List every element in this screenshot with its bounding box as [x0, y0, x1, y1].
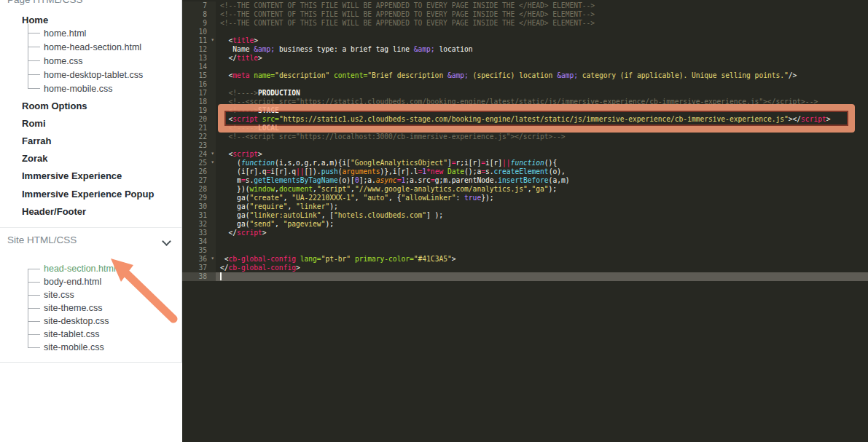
- line-number[interactable]: 32: [182, 220, 216, 229]
- line-number[interactable]: 27: [182, 176, 216, 185]
- sidebar-item-immersive-experience-popup[interactable]: Immersive Experience Popup: [22, 185, 154, 202]
- code-line[interactable]: 32 ga("send", "pageview");: [182, 220, 868, 229]
- fold-arrow-icon[interactable]: ▾: [211, 36, 214, 44]
- line-number[interactable]: 36▾: [182, 255, 216, 264]
- line-number[interactable]: 29: [182, 194, 216, 202]
- sidebar-item-zorak[interactable]: Zorak: [22, 150, 154, 167]
- line-number[interactable]: 17: [182, 89, 216, 98]
- sidebar-item-romi[interactable]: Romi: [22, 114, 154, 132]
- line-number[interactable]: 22: [182, 133, 216, 141]
- sidebar-item-home[interactable]: Home: [22, 15, 48, 25]
- code-line-content[interactable]: <cb-global-config lang="pt-br" primary-c…: [216, 255, 868, 264]
- code-line-content[interactable]: <!---->LOCAL: [216, 124, 868, 133]
- file-item[interactable]: home-mobile.css: [22, 82, 143, 95]
- code-line-content[interactable]: <!--THE CONTENT OF THIS FILE WILL BE APP…: [216, 1, 868, 10]
- code-editor[interactable]: 7<!--THE CONTENT OF THIS FILE WILL BE AP…: [182, 0, 868, 442]
- code-line-content[interactable]: })(window,document,"script","//www.googl…: [216, 185, 868, 194]
- sidebar-item-room-options[interactable]: Room Options: [22, 97, 154, 114]
- code-line[interactable]: 29 ga("create", "UA-22210XXX-1", "auto",…: [182, 194, 868, 202]
- code-line[interactable]: 12 Name &amp; business type: a brief tag…: [182, 45, 868, 54]
- file-item[interactable]: site-tablet.css: [22, 328, 116, 341]
- line-number[interactable]: 18: [182, 98, 216, 106]
- code-line[interactable]: 34: [182, 237, 868, 246]
- code-line[interactable]: 26 (i[r].q=i[r].q||[]).push(arguments)},…: [182, 167, 868, 176]
- line-number[interactable]: 26: [182, 167, 216, 176]
- line-number[interactable]: 12: [182, 45, 216, 54]
- line-number[interactable]: 8: [182, 10, 216, 19]
- file-item[interactable]: body-end.html: [22, 275, 116, 288]
- code-line[interactable]: 20 <script src="https://static1.us2.clou…: [182, 115, 868, 124]
- line-number[interactable]: 20: [182, 115, 216, 124]
- code-line[interactable]: 23: [182, 141, 868, 150]
- file-item[interactable]: site.css: [22, 288, 116, 301]
- fold-arrow-icon[interactable]: ▾: [211, 254, 214, 263]
- code-line-content[interactable]: [216, 28, 868, 36]
- code-line-content[interactable]: m=s.getElementsByTagName(o)[0];a.async=1…: [216, 176, 868, 185]
- code-line[interactable]: 18 <!--<script src="https://static1.clou…: [182, 98, 868, 106]
- code-line[interactable]: 9<!--THE CONTENT OF THIS FILE WILL BE AP…: [182, 19, 868, 28]
- file-item[interactable]: site-desktop.css: [22, 315, 116, 328]
- code-line-content[interactable]: <meta name="description" content="Brief …: [216, 71, 868, 80]
- code-line[interactable]: 36▾ <cb-global-config lang="pt-br" prima…: [182, 255, 868, 264]
- code-line-content[interactable]: [216, 80, 868, 89]
- line-number[interactable]: 34: [182, 237, 216, 246]
- line-number[interactable]: 38: [182, 272, 216, 281]
- fold-arrow-icon[interactable]: ▾: [211, 158, 214, 167]
- code-line[interactable]: 13 </title>: [182, 54, 868, 63]
- code-line-content[interactable]: ga("send", "pageview");: [216, 220, 868, 229]
- file-item[interactable]: home-head-section.html: [22, 40, 143, 54]
- line-number[interactable]: 13: [182, 54, 216, 63]
- code-line-content[interactable]: [216, 141, 868, 150]
- code-line-content[interactable]: <!--THE CONTENT OF THIS FILE WILL BE APP…: [216, 10, 868, 19]
- code-line-content[interactable]: [216, 246, 868, 255]
- code-line[interactable]: 7<!--THE CONTENT OF THIS FILE WILL BE AP…: [182, 1, 868, 10]
- code-line[interactable]: 37</cb-global-config>: [182, 264, 868, 272]
- line-number[interactable]: 21: [182, 124, 216, 133]
- code-line-content[interactable]: ga("create", "UA-22210XXX-1", "auto", {"…: [216, 194, 868, 202]
- file-item[interactable]: home-desktop-tablet.css: [22, 68, 143, 82]
- file-item[interactable]: home.css: [22, 54, 143, 68]
- code-line-content[interactable]: (function(i,s,o,g,r,a,m){i["GoogleAnalyt…: [216, 159, 868, 167]
- line-number[interactable]: 37: [182, 264, 216, 272]
- code-line[interactable]: 15 <meta name="description" content="Bri…: [182, 71, 868, 80]
- code-line-content[interactable]: <script>: [216, 150, 868, 159]
- line-number[interactable]: 14: [182, 63, 216, 71]
- chevron-down-icon[interactable]: [162, 237, 171, 246]
- code-line[interactable]: 27 m=s.getElementsByTagName(o)[0];a.asyn…: [182, 176, 868, 185]
- code-line-content[interactable]: <!--<script src="https://localhost:3000/…: [216, 133, 868, 141]
- line-number[interactable]: 11▾: [182, 36, 216, 45]
- code-line-content[interactable]: [216, 237, 868, 246]
- line-number[interactable]: 30: [182, 202, 216, 211]
- code-line-content[interactable]: [216, 63, 868, 71]
- file-item-selected[interactable]: head-section.html: [22, 262, 116, 275]
- file-item[interactable]: home.html: [22, 26, 143, 40]
- code-line[interactable]: 33 </script>: [182, 229, 868, 237]
- code-line[interactable]: 30 ga("require", "linker");: [182, 202, 868, 211]
- line-number[interactable]: 15: [182, 71, 216, 80]
- line-number[interactable]: 25▾: [182, 159, 216, 167]
- code-line[interactable]: 11▾ <title>: [182, 36, 868, 45]
- code-line[interactable]: 14: [182, 63, 868, 71]
- sidebar-item-farrah[interactable]: Farrah: [22, 132, 154, 149]
- file-item[interactable]: site-mobile.css: [22, 341, 116, 354]
- page-html-css-section-label[interactable]: Page HTML/CSS: [7, 0, 83, 5]
- code-line-content[interactable]: </cb-global-config>: [216, 264, 868, 272]
- code-line[interactable]: 38: [182, 272, 868, 281]
- code-line-content[interactable]: Name &amp; business type: a brief tag li…: [216, 45, 868, 54]
- code-line[interactable]: 16: [182, 80, 868, 89]
- fold-arrow-icon[interactable]: ▾: [211, 149, 214, 158]
- code-line-content[interactable]: <!--THE CONTENT OF THIS FILE WILL BE APP…: [216, 19, 868, 28]
- code-line-content[interactable]: <script src="https://static1.us2.cloudbe…: [216, 115, 868, 124]
- code-line-content[interactable]: <!--<script src="https://static1.cloudbe…: [216, 98, 868, 106]
- sidebar-item-header-footer[interactable]: Header/Footer: [22, 202, 154, 220]
- code-line[interactable]: 24▾ <script>: [182, 150, 868, 159]
- line-number[interactable]: 9: [182, 19, 216, 28]
- line-number[interactable]: 7: [182, 1, 216, 10]
- code-line[interactable]: 31 ga("linker:autoLink", ["hotels.cloudb…: [182, 211, 868, 220]
- code-line-content[interactable]: <!---->STAGE: [216, 106, 868, 115]
- line-number[interactable]: 16: [182, 80, 216, 89]
- code-line[interactable]: 35: [182, 246, 868, 255]
- line-number[interactable]: 31: [182, 211, 216, 220]
- sidebar-item-immersive-experience[interactable]: Immersive Experience: [22, 167, 154, 185]
- code-line-content[interactable]: (i[r].q=i[r].q||[]).push(arguments)},i[r…: [216, 167, 868, 176]
